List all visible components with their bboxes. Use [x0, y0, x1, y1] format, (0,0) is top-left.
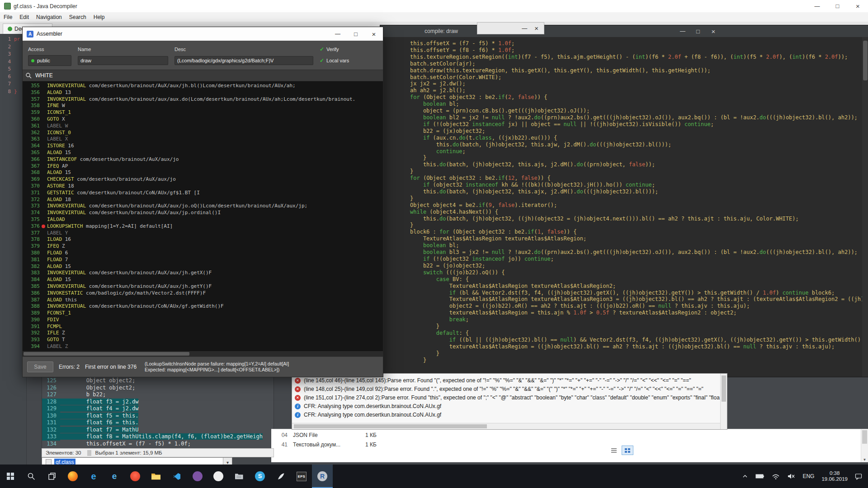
code-line[interactable]: if (aux.cn.do(t.class, ((jx)b22).eu())) …	[410, 135, 862, 141]
taskbar-skype-icon[interactable]: S	[250, 465, 270, 488]
parse-error-row[interactable]: (line 145,col 46)-(line 145,col 145):Par…	[292, 376, 727, 385]
listing-hscrollbar[interactable]	[23, 351, 383, 357]
maximize-icon[interactable]	[827, 0, 848, 12]
decompiler-titlebar[interactable]: gf.class - Java Decompiler	[0, 0, 868, 13]
parse-error-row[interactable]: (line 148,col 25)-(line 149,col 92):Pars…	[292, 385, 727, 394]
assembler-titlebar[interactable]: A Assembler	[23, 27, 383, 41]
editor-line[interactable]: 127 b b22;	[42, 391, 274, 399]
bytecode-line[interactable]: 361LABEL W	[23, 123, 383, 130]
bytecode-line[interactable]: 357INVOKEVIRTUAL com/desertkun/brainout/…	[23, 96, 383, 103]
taskbar-messenger-icon[interactable]	[208, 465, 229, 488]
editor-line[interactable]: 134 this.offsetX = (f7 - f5) * 1.0f;	[42, 441, 274, 448]
verify-checkbox[interactable]: Verify	[320, 44, 377, 54]
code-line[interactable]: TextureAtlas$AtlasRegion textureAtlas$At…	[410, 296, 862, 303]
bytecode-line[interactable]: 389FCONST_1	[23, 310, 383, 317]
file-row[interactable]: 04JSON File1 КБ	[271, 431, 868, 440]
menu-item-help[interactable]: Help	[90, 14, 108, 20]
code-line[interactable]: this.do(batch, (jh)object32, ((jh)(objec…	[410, 216, 862, 222]
code-line[interactable]: if (bl && Vector2.dst(f3, f4, ((jh)objec…	[410, 290, 862, 296]
bytecode-line[interactable]: 373INVOKEVIRTUAL com/desertkun/brainout/…	[23, 203, 383, 210]
code-line[interactable]: for (Object object32 : be2.if(12, false)…	[410, 175, 862, 182]
code-line[interactable]: continue;	[410, 148, 862, 155]
menu-item-search[interactable]: Search	[66, 14, 90, 20]
info-row[interactable]: CFR: Analysing type com.desertkun.braino…	[292, 411, 727, 419]
code-line[interactable]: this.do(batch, (jh)object32, this.ajs, j…	[410, 161, 862, 168]
code-line[interactable]: Object object4 = be2.if(9, false).iterat…	[410, 202, 862, 209]
bytecode-line[interactable]: 381FLOAD 7	[23, 257, 383, 263]
code-line[interactable]: jx jx2 = j2.dw();	[410, 80, 862, 87]
taskbar-vscode-icon[interactable]	[166, 465, 187, 488]
code-line[interactable]: textureAtlas$AtlasRegion = ((jh)object32…	[410, 343, 862, 350]
code-line[interactable]: }	[410, 168, 862, 175]
taskbar-eps-icon[interactable]: EPS	[291, 465, 312, 488]
bytecode-line[interactable]: 391FCMPL	[23, 324, 383, 330]
code-line[interactable]: this.textureRegion.setRegion((int)(f7 - …	[410, 54, 862, 61]
bytecode-line[interactable]: 382ALOAD 15	[23, 263, 383, 270]
desc-input[interactable]	[175, 56, 313, 65]
view-list-icon[interactable]	[608, 446, 620, 455]
menu-item-navigation[interactable]: Navigation	[33, 14, 66, 20]
name-input[interactable]	[78, 56, 168, 65]
taskbar-file-explorer-icon[interactable]	[146, 465, 166, 488]
bytecode-line[interactable]: 356ALOAD 13	[23, 89, 383, 96]
maximize-icon[interactable]	[347, 27, 365, 41]
code-line[interactable]: TextureAtlas$AtlasRegion textureAtlas$At…	[410, 235, 862, 242]
code-line[interactable]: b22 = (jo)object32;	[410, 263, 862, 269]
bytecode-search[interactable]	[23, 70, 383, 81]
decompiled-vscrollbar[interactable]	[862, 37, 868, 377]
bytecode-line[interactable]: 394LABEL Z	[23, 343, 383, 350]
error-console-hscrollbar[interactable]	[292, 423, 721, 429]
scrollbar-thumb[interactable]	[862, 430, 867, 444]
editor-line[interactable]: 131 float f6 = this.	[42, 419, 274, 427]
close-icon[interactable]	[848, 0, 868, 12]
code-line[interactable]: case BV: {	[410, 276, 862, 283]
menu-item-edit[interactable]: Edit	[16, 14, 33, 20]
editor-line[interactable]: 128 float f3 = j2.dw	[42, 399, 274, 406]
volume-muted-icon[interactable]	[784, 465, 798, 488]
clock[interactable]: 0:38 19.06.2019	[818, 465, 851, 488]
bytecode-line[interactable]: 364ISTORE 16	[23, 143, 383, 150]
bytecode-line[interactable]: 380FLOAD 6	[23, 250, 383, 257]
close-icon[interactable]	[706, 25, 721, 37]
scrollbar-thumb[interactable]	[722, 375, 726, 402]
decompiled-titlebar[interactable]: compile: draw	[380, 25, 868, 37]
code-line[interactable]: }	[410, 155, 862, 161]
bytecode-line[interactable]: 374INVOKEVIRTUAL com/desertkun/brainout/…	[23, 210, 383, 216]
code-line[interactable]: if (!(object32 instanceof jo)) continue;	[410, 256, 862, 263]
bytecode-line[interactable]: 375IALOAD	[23, 216, 383, 223]
code-line[interactable]: for (Object object32 : be2.if(2, false))…	[410, 94, 862, 101]
bytecode-line[interactable]: 363LABEL X	[23, 136, 383, 143]
access-select[interactable]: public	[28, 55, 71, 66]
scrollbar-thumb[interactable]	[863, 41, 868, 80]
source-editor-window[interactable]: 125 Object object2;126 Object object2;12…	[42, 373, 274, 453]
code-line[interactable]: }	[410, 350, 862, 357]
code-line[interactable]: textureAtlas$AtlasRegion = this.ajn % 1.…	[410, 310, 862, 316]
bytecode-line[interactable]: 386INVOKESTATIC com/badlogic/gdx/math/Ve…	[23, 290, 383, 297]
code-line[interactable]: boolean bl2 = jx2 != null ? !aux2.do((pr…	[410, 114, 862, 121]
close-icon[interactable]	[534, 24, 538, 32]
code-line[interactable]: this.do(batch, (jh)object32, this.ajx, j…	[410, 188, 862, 195]
code-line[interactable]: default: {	[410, 330, 862, 337]
bytecode-line[interactable]: 385INVOKEVIRTUAL com/desertkun/brainout/…	[23, 283, 383, 290]
explorer-vscrollbar[interactable]: ▼	[861, 429, 868, 462]
bytecode-line[interactable]: 369CHECKCAST com/desertkun/brainout/AuX/…	[23, 176, 383, 183]
bytecode-line[interactable]: 368ALOAD 15	[23, 169, 383, 176]
code-line[interactable]: boolean bl3 = jx2 != null ? !aux2.do((pr…	[410, 249, 862, 256]
error-console-vscrollbar[interactable]	[720, 374, 727, 429]
bytecode-line[interactable]: 366INSTANCEOF com/desertkun/brainout/AuX…	[23, 156, 383, 163]
taskbar-search-icon[interactable]	[21, 465, 42, 488]
bytecode-line[interactable]: 393GOTO T	[23, 337, 383, 343]
code-line[interactable]: batch.setColor(Color.WHITE);	[410, 74, 862, 81]
code-line[interactable]: if (object32 instanceof kh && !((bk)((b)…	[410, 182, 862, 188]
bytecode-line[interactable]: 388INVOKEVIRTUAL com/desertkun/brainout/…	[23, 303, 383, 310]
code-line[interactable]: boolean bl;	[410, 101, 862, 108]
language-indicator[interactable]: ENG	[799, 465, 817, 488]
parse-error-row[interactable]: (line 151,col 17)-(line 274,col 2):Parse…	[292, 394, 727, 402]
minimize-icon[interactable]	[522, 25, 527, 32]
code-line[interactable]: ah ah2 = j2.bl();	[410, 87, 862, 94]
code-line[interactable]: b22 = (jx)object32;	[410, 128, 862, 135]
bytecode-listing[interactable]: 355INVOKEVIRTUAL com/desertkun/brainout/…	[23, 81, 383, 351]
bytecode-line[interactable]: 377LABEL Y	[23, 230, 383, 237]
bytecode-line[interactable]: 378ILOAD 16	[23, 236, 383, 243]
code-line[interactable]: }	[410, 222, 862, 229]
